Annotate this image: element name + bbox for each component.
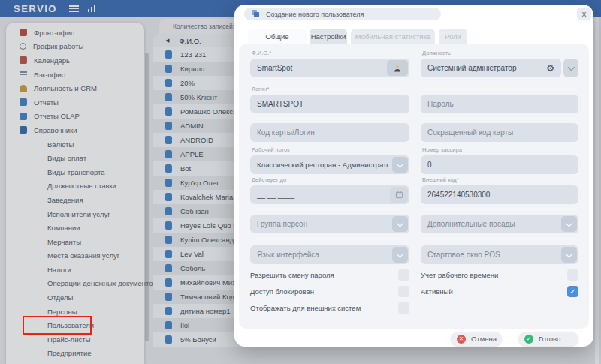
users-highlight-box: [23, 316, 92, 335]
chevron-down-icon[interactable]: [563, 59, 578, 77]
done-icon: ✓: [524, 335, 533, 344]
valid-until-input[interactable]: [250, 185, 409, 204]
pos-start-window-select: [421, 245, 578, 264]
person-group-input[interactable]: [250, 215, 409, 233]
external-code-input[interactable]: [421, 185, 578, 204]
short-card-code-input[interactable]: [421, 123, 578, 142]
tab-general[interactable]: Общие: [248, 29, 307, 44]
show-for-external-checkbox[interactable]: [398, 302, 409, 314]
time-tracking-checkbox[interactable]: [567, 269, 578, 281]
position-field: Должность ⚙: [421, 50, 578, 77]
external-code-field: Внешний код*: [421, 176, 578, 204]
workflow-select: Рабочий поток: [250, 146, 409, 174]
chevron-down-icon[interactable]: [392, 247, 408, 263]
tab-settings[interactable]: Настройки: [310, 29, 347, 44]
password-input[interactable]: [421, 95, 578, 113]
ui-language-select: [250, 245, 409, 264]
chevron-down-icon[interactable]: [561, 216, 577, 232]
workflow-input[interactable]: [250, 155, 409, 174]
copy-icon: [252, 10, 260, 18]
chevron-down-icon[interactable]: [392, 216, 408, 232]
tab-roles[interactable]: Роли: [439, 29, 467, 44]
gear-icon[interactable]: ⚙: [546, 59, 554, 77]
active-row: Активный: [421, 285, 578, 297]
cashier-number-field: Номер кассира: [421, 146, 578, 174]
login-field: Логин*: [250, 86, 409, 113]
pos-start-window-input[interactable]: [421, 245, 578, 264]
valid-until-field: Действует до: [250, 176, 409, 204]
cancel-button[interactable]: ✕ Отмена: [451, 332, 502, 346]
allow-password-change-row: Разрешить смену пароля: [250, 269, 409, 281]
person-group-select: [250, 215, 409, 233]
short-card-code-field: [421, 123, 578, 142]
done-button[interactable]: ✓ Готово: [518, 332, 578, 346]
calendar-icon[interactable]: [390, 187, 408, 203]
active-checkbox[interactable]: [567, 286, 578, 297]
chevron-down-icon[interactable]: [561, 247, 577, 263]
page-scrollbar[interactable]: [595, 17, 599, 364]
extra-positions-input[interactable]: [421, 215, 578, 233]
modal-title: Создание нового пользователя: [266, 11, 364, 18]
fio-field: Ф.И.О.*: [250, 50, 409, 77]
fio-input[interactable]: [250, 59, 409, 77]
time-tracking-row: Учет рабочего времени: [421, 269, 578, 281]
access-blocked-checkbox[interactable]: [398, 286, 409, 297]
cancel-icon: ✕: [457, 335, 466, 344]
close-icon[interactable]: X: [577, 8, 591, 20]
tab-mobile-statistics[interactable]: Мобильная статистика: [351, 29, 435, 44]
password-field: [421, 95, 578, 113]
card-code-field: [250, 123, 409, 142]
modal-title-bar: Создание нового пользователя: [244, 8, 441, 20]
ui-language-input[interactable]: [250, 245, 409, 264]
allow-password-change-checkbox[interactable]: [398, 269, 409, 281]
extra-positions-select: [421, 215, 578, 233]
user-avatar-icon[interactable]: [387, 60, 408, 76]
app-screen: SERVIO Фронт-офис График работы Календар…: [0, 0, 601, 364]
card-code-input[interactable]: [250, 123, 409, 142]
cashier-number-input[interactable]: [421, 155, 578, 174]
login-input[interactable]: [250, 95, 409, 113]
position-input[interactable]: [421, 59, 561, 77]
chevron-down-icon[interactable]: [392, 157, 408, 173]
general-tab-panel: Ф.И.О.* Должность ⚙ Логин*: [239, 44, 589, 329]
create-user-modal: Создание нового пользователя X Общие Нас…: [234, 5, 593, 347]
access-blocked-row: Доступ блокирован: [250, 285, 409, 297]
show-for-external-row: Отображать для внешних систем: [250, 302, 409, 314]
